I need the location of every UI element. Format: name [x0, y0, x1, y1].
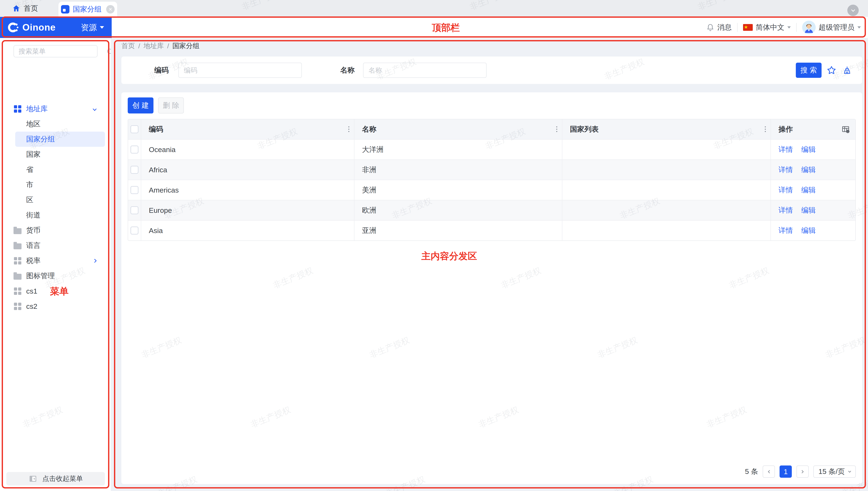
language-selector[interactable]: ★ 简体中文 [743, 23, 791, 32]
header-right: 消息 ★ 简体中文 超级管理员 [706, 17, 861, 38]
brand-logo[interactable]: Oinone [6, 21, 56, 34]
search-button[interactable]: 搜索 [796, 63, 821, 78]
caret-down-icon [858, 26, 861, 28]
detail-link[interactable]: 详情 [779, 205, 793, 215]
caret-down-icon [100, 26, 104, 29]
edit-link[interactable]: 编辑 [801, 205, 816, 215]
sidebar-menu-item[interactable]: 省 [0, 162, 111, 177]
select-all-checkbox[interactable] [131, 125, 138, 133]
row-code-cell: Americas [141, 180, 354, 200]
sidebar-menu-item[interactable]: 区 [0, 192, 111, 207]
menu-item-label: 国家分组 [26, 134, 55, 144]
breadcrumb-module[interactable]: 地址库 [143, 41, 164, 51]
page-size-value: 15 条/页 [818, 467, 845, 476]
collapse-label: 点击收起菜单 [43, 474, 83, 483]
edit-link[interactable]: 编辑 [801, 145, 816, 154]
sidebar-menu-item[interactable]: 税率 [0, 253, 111, 268]
sidebar-menu-item[interactable]: 国家 [0, 147, 111, 162]
china-flag-icon: ★ [743, 24, 753, 31]
name-input[interactable] [363, 63, 487, 78]
bell-icon [706, 23, 714, 31]
detail-link[interactable]: 详情 [779, 145, 793, 154]
table-row: Oceania 大洋洲 详情 编辑 [128, 139, 855, 160]
messages-button[interactable]: 消息 [706, 23, 732, 32]
sidebar-menu-item[interactable]: 地址库 [0, 101, 111, 116]
row-countries-cell [562, 200, 771, 220]
sidebar-menu-item[interactable]: 货币 [0, 223, 111, 238]
tab-close-icon[interactable]: × [106, 5, 115, 13]
edit-link[interactable]: 编辑 [801, 226, 816, 235]
filter-card: 编码 名称 搜索 [121, 57, 862, 84]
row-checkbox[interactable] [131, 166, 138, 174]
sidebar-menu-item[interactable]: 街道 [0, 207, 111, 223]
column-menu-icon[interactable] [556, 126, 557, 132]
menu-item-label: 语言 [26, 241, 40, 250]
table-row: Asia 亚洲 详情 编辑 [128, 220, 855, 240]
row-checkbox[interactable] [131, 146, 138, 153]
data-table: 编码 名称 国家列表 操作 Oceania 大洋洲 [128, 119, 856, 241]
sidebar-menu-item[interactable]: 地区 [0, 116, 111, 132]
caret-down-icon [787, 26, 791, 28]
sidebar-menu-item[interactable]: cs2 [0, 299, 111, 314]
app-switcher[interactable]: 资源 [81, 22, 104, 33]
tab-bar: 首页 国家分组 × [0, 0, 868, 17]
breadcrumb-home[interactable]: 首页 [121, 41, 135, 51]
sidebar-menu-item[interactable]: 语言 [0, 238, 111, 253]
tab-home[interactable]: 首页 [12, 0, 38, 17]
tabbar-collapse-button[interactable] [847, 5, 859, 16]
row-countries-cell [562, 160, 771, 180]
sidebar-menu-item[interactable]: cs1 [0, 284, 111, 299]
sidebar-menu-item[interactable]: 国家分组 [15, 132, 105, 147]
brand-name: Oinone [22, 22, 56, 33]
column-header-countries: 国家列表 [562, 119, 771, 139]
row-checkbox[interactable] [131, 186, 138, 194]
detail-link[interactable]: 详情 [779, 226, 793, 235]
menu-item-icon [13, 274, 22, 280]
delete-button[interactable]: 删除 [158, 97, 184, 113]
favorite-star-icon[interactable] [826, 65, 836, 75]
code-field-label: 编码 [154, 57, 169, 84]
row-name-cell: 大洋洲 [354, 140, 562, 160]
oinone-logo-icon [6, 21, 20, 34]
table-row: Americas 美洲 详情 编辑 [128, 180, 855, 200]
row-checkbox-cell [128, 140, 141, 160]
row-actions-cell: 详情 编辑 [771, 180, 855, 200]
page-size-select[interactable]: 15 条/页 [813, 465, 856, 478]
chevron-left-icon [768, 470, 771, 473]
row-name-cell: 美洲 [354, 180, 562, 200]
code-input[interactable] [179, 63, 302, 78]
current-page-button[interactable]: 1 [780, 465, 792, 478]
edit-link[interactable]: 编辑 [801, 165, 816, 175]
row-checkbox[interactable] [131, 206, 138, 214]
column-menu-icon[interactable] [765, 126, 766, 132]
menu-item-chevron [93, 259, 97, 263]
row-checkbox[interactable] [131, 227, 138, 234]
breadcrumb-separator: / [138, 42, 140, 50]
chevron-down-icon [851, 8, 855, 11]
tab-home-label: 首页 [24, 4, 38, 13]
toolbar: 创建 删除 [128, 97, 184, 113]
clear-broom-icon[interactable] [842, 65, 852, 75]
prev-page-button[interactable] [763, 465, 775, 478]
menu-item-label: 图标管理 [26, 271, 55, 281]
next-page-button[interactable] [796, 465, 809, 478]
detail-link[interactable]: 详情 [779, 165, 793, 175]
collapse-menu-button[interactable]: 点击收起菜单 [6, 472, 105, 486]
menu-item-label: cs2 [26, 302, 37, 311]
menu-item-icon [13, 105, 22, 113]
edit-link[interactable]: 编辑 [801, 185, 816, 195]
menu-item-icon [13, 257, 22, 265]
sidebar-menu-item[interactable]: 图标管理 [0, 268, 111, 284]
create-button[interactable]: 创建 [128, 97, 154, 113]
menu-search-input[interactable] [19, 48, 107, 55]
row-checkbox-cell [128, 180, 141, 200]
menu-item-icon [13, 228, 22, 234]
column-menu-icon[interactable] [348, 126, 349, 132]
user-menu[interactable]: 超级管理员 [802, 21, 861, 34]
detail-link[interactable]: 详情 [779, 185, 793, 195]
sidebar-menu-item[interactable]: 市 [0, 177, 111, 192]
row-code-cell: Asia [141, 221, 354, 240]
chevron-down-icon [848, 470, 851, 473]
column-config-icon[interactable] [841, 125, 850, 134]
tab-active[interactable]: 国家分组 × [58, 2, 117, 17]
